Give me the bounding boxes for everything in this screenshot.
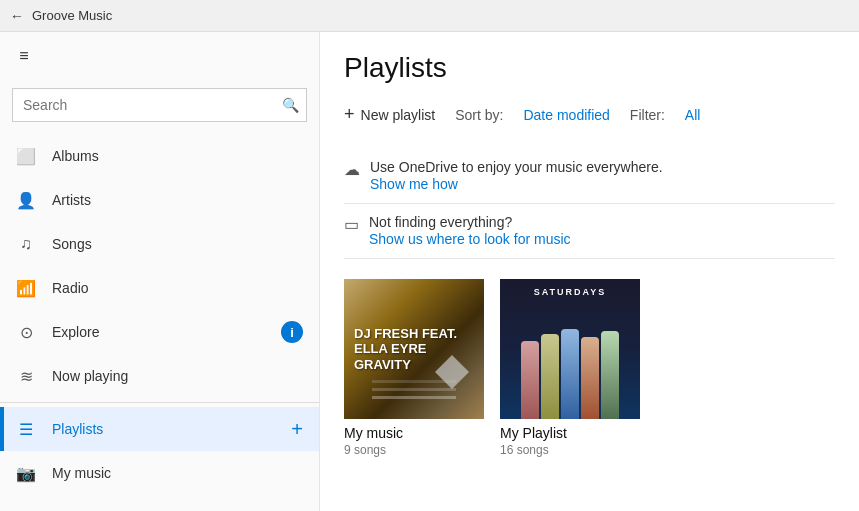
show-us-where-link[interactable]: Show us where to look for music (369, 231, 571, 247)
card-my-music-name: My music (344, 425, 484, 441)
figure-4 (581, 337, 599, 419)
explore-label: Explore (52, 324, 99, 340)
card-my-music-info: 9 songs (344, 443, 484, 457)
onedrive-banner: ☁ Use OneDrive to enjoy your music every… (344, 149, 835, 204)
not-finding-banner-content: Not finding everything? Show us where to… (369, 214, 571, 248)
sidebar-item-radio[interactable]: 📶 Radio (0, 266, 319, 310)
sort-by-label: Sort by: (455, 107, 503, 123)
albums-label: Albums (52, 148, 99, 164)
not-finding-banner-text: Not finding everything? (369, 214, 571, 230)
my-music-label: My music (52, 465, 111, 481)
now-playing-icon: ≋ (16, 367, 36, 386)
figure-3 (561, 329, 579, 419)
sidebar-item-playlists[interactable]: ☰ Playlists + (0, 407, 319, 451)
add-playlist-container: + (291, 418, 303, 441)
sidebar-item-explore[interactable]: ⊙ Explore i (0, 310, 319, 354)
card-my-playlist-image: SATURDAYS (500, 279, 640, 419)
app-body: ≡ 🔍 ⬜ Albums 👤 Artists ♫ Songs 📶 Radio (0, 32, 859, 511)
saturdays-title: SATURDAYS (500, 287, 640, 297)
card-my-playlist[interactable]: SATURDAYS My Playlist 16 songs (500, 279, 640, 457)
info-badge: i (281, 321, 303, 343)
card-my-music-image: DJ FRESH FEAT.ELLA EYREGRAVITY (344, 279, 484, 419)
card-my-music[interactable]: DJ FRESH FEAT.ELLA EYREGRAVITY My music … (344, 279, 484, 457)
songs-label: Songs (52, 236, 92, 252)
artists-icon: 👤 (16, 191, 36, 210)
hamburger-button[interactable]: ≡ (0, 32, 48, 80)
app-title: Groove Music (32, 8, 112, 23)
sidebar-item-my-music[interactable]: 📷 My music (0, 451, 319, 495)
search-icon: 🔍 (282, 97, 299, 113)
dj-fresh-artwork: DJ FRESH FEAT.ELLA EYREGRAVITY (344, 279, 484, 419)
figure-1 (521, 341, 539, 419)
not-finding-banner: ▭ Not finding everything? Show us where … (344, 204, 835, 259)
onedrive-banner-text: Use OneDrive to enjoy your music everywh… (370, 159, 663, 175)
hamburger-icon: ≡ (19, 47, 28, 65)
new-playlist-label: New playlist (361, 107, 436, 123)
sidebar: ≡ 🔍 ⬜ Albums 👤 Artists ♫ Songs 📶 Radio (0, 32, 320, 511)
filter-value[interactable]: All (685, 107, 701, 123)
sidebar-item-songs[interactable]: ♫ Songs (0, 222, 319, 266)
card-my-playlist-name: My Playlist (500, 425, 640, 441)
page-title: Playlists (344, 52, 835, 84)
saturdays-artwork: SATURDAYS (500, 279, 640, 419)
filter-label: Filter: (630, 107, 665, 123)
playlists-icon: ☰ (16, 420, 36, 439)
explore-icon: ⊙ (16, 323, 36, 342)
show-me-how-link[interactable]: Show me how (370, 176, 458, 192)
radio-label: Radio (52, 280, 89, 296)
nav-divider (0, 402, 319, 403)
main-content: Playlists + New playlist Sort by: Date m… (320, 32, 859, 511)
back-button[interactable]: ← (10, 8, 24, 24)
card-my-playlist-info: 16 songs (500, 443, 640, 457)
playlists-label: Playlists (52, 421, 103, 437)
artists-label: Artists (52, 192, 91, 208)
dj-text: DJ FRESH FEAT.ELLA EYREGRAVITY (354, 326, 474, 373)
radio-icon: 📶 (16, 279, 36, 298)
albums-icon: ⬜ (16, 147, 36, 166)
sidebar-item-now-playing[interactable]: ≋ Now playing (0, 354, 319, 398)
new-playlist-button[interactable]: + New playlist (344, 100, 435, 129)
songs-icon: ♫ (16, 235, 36, 253)
title-bar: ← Groove Music (0, 0, 859, 32)
sidebar-item-albums[interactable]: ⬜ Albums (0, 134, 319, 178)
cards-grid: DJ FRESH FEAT.ELLA EYREGRAVITY My music … (344, 279, 835, 457)
toolbar: + New playlist Sort by: Date modified Fi… (344, 100, 835, 129)
figure-5 (601, 331, 619, 419)
onedrive-banner-content: Use OneDrive to enjoy your music everywh… (370, 159, 663, 193)
my-music-icon: 📷 (16, 464, 36, 483)
sort-by-value[interactable]: Date modified (523, 107, 609, 123)
search-input[interactable] (12, 88, 307, 122)
cloud-icon: ☁ (344, 160, 360, 179)
search-box: 🔍 (12, 88, 307, 122)
search-folder-icon: ▭ (344, 215, 359, 234)
saturdays-figures (500, 329, 640, 419)
now-playing-label: Now playing (52, 368, 128, 384)
explore-info-badge-container: i (281, 321, 303, 343)
new-playlist-plus-icon: + (344, 104, 355, 125)
search-button[interactable]: 🔍 (273, 88, 307, 122)
sidebar-item-artists[interactable]: 👤 Artists (0, 178, 319, 222)
add-playlist-button[interactable]: + (291, 418, 303, 440)
figure-2 (541, 334, 559, 419)
